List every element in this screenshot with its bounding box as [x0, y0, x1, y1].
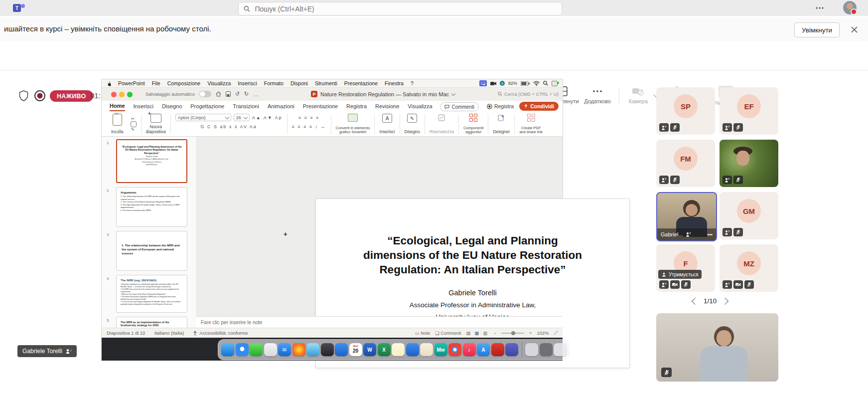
enable-notifications-button[interactable]: Увімкнути — [794, 22, 840, 37]
camera-button[interactable]: Камера — [624, 86, 652, 104]
storage-icon[interactable] — [540, 343, 553, 356]
more-commands-icon[interactable]: … — [253, 91, 259, 97]
font-format-buttons[interactable]: G C S ab x x AV Aa — [200, 124, 257, 129]
notes-pane[interactable]: Fare clic per inserire le note — [196, 316, 563, 328]
safari-icon[interactable] — [236, 343, 249, 356]
mac-menu-item[interactable]: File — [152, 80, 160, 86]
word-icon[interactable]: W — [363, 343, 376, 356]
ppt-tab[interactable]: Presentazione — [303, 102, 338, 111]
notes-icon[interactable] — [392, 343, 405, 356]
slide-thumbnail-1[interactable]: “Ecological, Legal and Planning dimensio… — [116, 139, 187, 183]
search-input[interactable] — [254, 4, 557, 13]
home-icon[interactable] — [216, 91, 221, 97]
document-title[interactable]: Nature Restoration Regulation — Salvato … — [320, 91, 449, 97]
ppt-search-field[interactable]: Cerca (CMD + CTRL + U) — [504, 91, 559, 97]
share-presentation-button[interactable]: Condividi — [519, 102, 559, 111]
zoom-window-icon[interactable] — [127, 92, 133, 97]
calendar-icon[interactable]: MAR 20 — [349, 343, 362, 356]
app-store-icon[interactable]: A — [477, 343, 490, 356]
slide-thumbnail-4[interactable]: The NRR (reg. 2024/1991) • European regu… — [116, 275, 187, 313]
apple-logo-icon[interactable] — [107, 81, 112, 86]
facetime-icon[interactable] — [250, 343, 263, 356]
format-painter-icon[interactable]: ✎ — [131, 127, 136, 132]
zoom-slider[interactable] — [501, 333, 524, 334]
onedrive-icon[interactable] — [406, 343, 419, 356]
comments-toggle[interactable]: ❑Commenti — [435, 331, 461, 336]
ppt-tab[interactable]: Revisione — [375, 102, 399, 111]
close-window-icon[interactable] — [111, 92, 117, 97]
music-icon[interactable]: ♪ — [463, 343, 476, 356]
create-pdf-group[interactable]: Create PDF and share link — [516, 113, 546, 135]
ppt-tab[interactable]: Registra — [346, 102, 367, 111]
miro-icon[interactable]: Mw — [434, 343, 447, 356]
clipboard-tools[interactable]: ✂ ✎ — [127, 113, 140, 135]
mac-menu-item[interactable]: ? — [411, 80, 414, 86]
input-source-icon[interactable] — [479, 80, 487, 86]
slide-thumbnail-2[interactable]: Arguments 1. The relationship between th… — [116, 187, 187, 227]
mac-menu-item[interactable]: Presentazione — [344, 80, 378, 86]
participant-tile-fm[interactable]: FM ? — [656, 140, 715, 187]
camera-status-icon[interactable] — [490, 81, 496, 86]
prev-page-icon[interactable] — [692, 297, 699, 304]
participant-tile-mz[interactable]: MZ ? — [720, 244, 778, 292]
excel-icon[interactable]: X — [378, 343, 391, 356]
participant-tile-ef[interactable]: EF ? — [720, 87, 778, 135]
mac-menu-item[interactable]: Strumenti — [315, 80, 337, 86]
user-avatar[interactable] — [843, 1, 857, 14]
mac-menu-item[interactable]: Disponi — [290, 80, 308, 86]
participant-tile-gabriele-speaking[interactable]: Gabriel... ? ••• — [656, 192, 717, 241]
teal-badge-icon[interactable]: δ — [500, 81, 505, 86]
view-mode-buttons[interactable]: ▤ ▦ ▥ — [466, 331, 489, 336]
draw-group[interactable]: ✎ Disegno — [401, 113, 424, 135]
save-icon[interactable] — [226, 91, 231, 97]
font-select[interactable]: Aptos (Corpo) — [175, 114, 231, 121]
smartart-group[interactable]: Converti in elemento grafico SmartArt — [332, 113, 374, 135]
ppt-tab[interactable]: Inserisci — [134, 102, 153, 111]
autosave-toggle[interactable] — [199, 91, 211, 97]
align-buttons[interactable]: ≡ ≡ ≡ ≡ ↕ ↔ — [292, 124, 326, 129]
next-page-icon[interactable] — [722, 297, 728, 304]
security-shield-icon[interactable] — [18, 90, 29, 102]
fit-slide-icon[interactable]: ⤢ — [554, 330, 558, 336]
participant-tile-f-on-hold[interactable]: F Утримується ? — [656, 244, 715, 292]
slide-thumbnail-5[interactable]: The NRR as an implementation of the biod… — [116, 317, 187, 328]
tile-more-icon[interactable]: ••• — [707, 232, 713, 237]
ppt-tab[interactable]: Home — [110, 101, 125, 111]
comments-button[interactable]: Commenti — [440, 102, 479, 111]
chrome-icon[interactable] — [448, 343, 461, 356]
participant-tile-sp[interactable]: SP ? — [656, 87, 715, 135]
minimize-window-icon[interactable] — [119, 92, 125, 97]
accessibility-status[interactable]: Accessibilità: conforme — [193, 330, 248, 336]
addins-group[interactable]: Componenti aggiuntivi — [460, 113, 487, 135]
title-chevron-icon[interactable] — [451, 91, 455, 95]
firefox-icon[interactable] — [292, 343, 305, 356]
ppt-tab[interactable]: Transizioni — [233, 102, 259, 111]
new-slide-group[interactable]: Nuova diapositiva — [143, 113, 169, 135]
photos-icon[interactable] — [264, 343, 277, 356]
ppt-tab[interactable]: Visualizza — [408, 102, 432, 111]
paste-group[interactable]: Incolla — [108, 113, 127, 135]
spotlight-video-tile[interactable] — [656, 313, 778, 382]
user-menu-icon[interactable] — [552, 81, 558, 86]
language-indicator[interactable]: Italiano (Italia) — [154, 330, 184, 336]
ppt-tab[interactable]: Progettazione — [190, 102, 224, 111]
close-icon[interactable] — [848, 23, 860, 35]
insert-group[interactable]: A Inserisci — [376, 113, 398, 135]
more-options-icon[interactable] — [812, 1, 827, 15]
privacy-group[interactable]: Riservatezza — [426, 113, 457, 135]
spotlight-search-icon[interactable] — [543, 81, 548, 86]
mac-menu-item[interactable]: Inserisci — [238, 80, 257, 86]
mac-menu-item[interactable]: Formato — [264, 80, 284, 86]
zoom-in-icon[interactable]: + — [529, 331, 532, 336]
font-size-select[interactable]: 26 — [234, 114, 250, 121]
camera-icon[interactable] — [321, 343, 334, 356]
zoom-out-icon[interactable]: − — [494, 331, 496, 336]
undo-icon[interactable]: ↺ — [235, 91, 240, 97]
mac-menu-item[interactable]: Finestra — [385, 80, 404, 86]
trash-icon[interactable] — [554, 343, 567, 356]
finder-icon[interactable] — [221, 343, 234, 356]
wifi-icon[interactable] — [533, 81, 540, 86]
recording-icon[interactable] — [34, 90, 46, 102]
mail-icon[interactable]: ✉ — [278, 343, 291, 356]
preview-icon[interactable] — [306, 343, 319, 356]
